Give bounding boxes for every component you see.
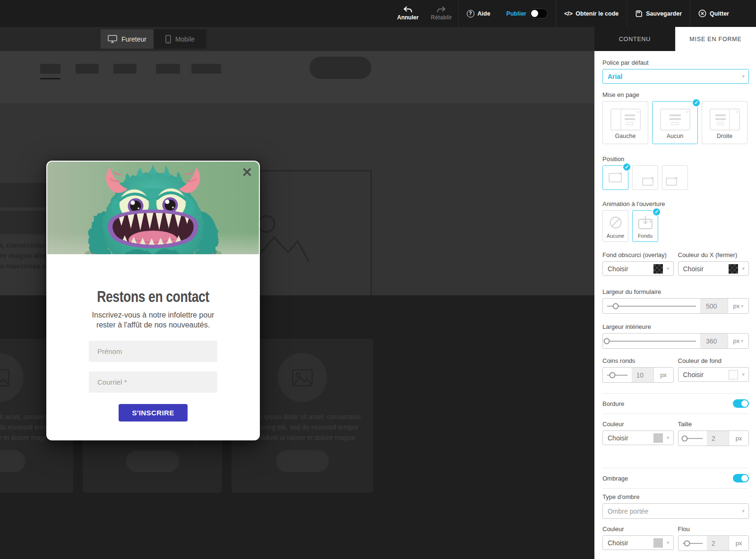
preview-nav-item xyxy=(191,64,221,74)
default-font-select[interactable]: Arial ▾ xyxy=(602,69,749,84)
slider-handle[interactable] xyxy=(684,540,690,546)
top-toolbar: Annuler Rétablir ? Aide Publier </> Obte… xyxy=(0,0,756,27)
inner-width-label: Largeur intérieure xyxy=(602,323,749,330)
check-icon: ✓ xyxy=(652,207,661,216)
quit-button[interactable]: Quitter xyxy=(698,9,729,17)
color-swatch xyxy=(729,264,738,274)
toolbar-divider xyxy=(556,0,556,27)
shadow-blur-label: Flou xyxy=(678,525,749,533)
layout-option-droite[interactable]: Droite xyxy=(702,101,747,144)
animation-options: Aucune ✓ Fondu xyxy=(602,210,749,242)
position-bottom-right-icon xyxy=(642,177,654,186)
shadow-blur-value[interactable]: 2 xyxy=(707,536,729,550)
form-width-label: Largeur du formulaire xyxy=(602,288,749,295)
form-width-slider[interactable] xyxy=(603,299,700,313)
preview-nav-item xyxy=(156,64,180,74)
color-swatch xyxy=(729,370,738,379)
chevron-down-icon: ▾ xyxy=(741,303,743,309)
help-button[interactable]: ? Aide xyxy=(467,10,490,17)
animation-option-aucune[interactable]: Aucune xyxy=(602,210,628,242)
save-button[interactable]: Sauvegarder xyxy=(635,10,682,17)
chevron-down-icon: ▾ xyxy=(742,508,745,514)
slider-handle[interactable] xyxy=(612,303,619,309)
shadow-toggle[interactable] xyxy=(733,474,749,482)
shadow-toggle-row: Ombrage xyxy=(602,468,749,488)
preview-nav-item xyxy=(76,64,99,74)
preview-header-button xyxy=(309,57,371,79)
device-preview-bar: Fureteur Mobile xyxy=(0,27,594,51)
preview-card-image-circle xyxy=(0,353,24,402)
position-option-bottom-right[interactable] xyxy=(632,165,658,190)
preview-header xyxy=(0,51,594,103)
publish-control[interactable]: Publier xyxy=(507,9,548,18)
corners-label: Coins ronds xyxy=(602,357,674,364)
chevron-down-icon: ▾ xyxy=(742,73,745,79)
inner-width-slider[interactable] xyxy=(603,334,700,348)
bg-color-label: Couleur de fond xyxy=(678,357,749,364)
image-placeholder-icon xyxy=(0,369,9,387)
preview-card-button xyxy=(126,450,179,472)
position-options: ✓ xyxy=(602,165,749,190)
popup-close-icon[interactable]: ✕ xyxy=(241,166,252,179)
position-option-center[interactable]: ✓ xyxy=(602,165,628,190)
overlay-color-select[interactable]: Choisir ▾ xyxy=(602,261,674,276)
popup-form: Restons en contact Inscrivez-vous à notr… xyxy=(47,287,259,421)
tab-mobile[interactable]: Mobile xyxy=(154,29,206,49)
toolbar-divider xyxy=(627,0,627,27)
tab-browser[interactable]: Fureteur xyxy=(101,29,154,49)
redo-button[interactable]: Rétablir xyxy=(431,6,452,21)
layout-option-aucun[interactable]: ✓ Aucun xyxy=(652,101,698,144)
shadow-type-select[interactable]: Ombre portée ▾ xyxy=(602,503,749,519)
animation-option-fondu[interactable]: ✓ Fondu xyxy=(632,210,658,242)
preview-nav-item xyxy=(40,64,60,74)
corners-value[interactable]: 10 xyxy=(632,368,653,382)
slider-handle[interactable] xyxy=(604,338,610,344)
section-divider xyxy=(602,488,749,489)
shadow-color-label: Couleur xyxy=(602,525,674,533)
chevron-down-icon: ▾ xyxy=(741,338,743,344)
code-icon: </> xyxy=(564,10,572,17)
position-option-bottom-left[interactable] xyxy=(662,165,688,190)
slider-handle[interactable] xyxy=(681,435,687,441)
publish-toggle[interactable] xyxy=(530,9,548,18)
chevron-down-icon: ▾ xyxy=(742,266,745,272)
get-code-button[interactable]: </> Obtenir le code xyxy=(564,10,619,17)
border-toggle[interactable] xyxy=(733,399,749,408)
form-width-value[interactable]: 500 xyxy=(700,299,728,313)
shadow-blur-control: 2 px xyxy=(678,535,749,551)
tab-contenu[interactable]: CONTENU xyxy=(594,27,675,51)
border-color-select[interactable]: Choisir ▾ xyxy=(602,430,674,445)
bg-color-select[interactable]: Choisir ▾ xyxy=(678,367,749,382)
save-icon xyxy=(635,10,643,17)
undo-button[interactable]: Annuler xyxy=(397,6,418,21)
shadow-color-select[interactable]: Choisir ▾ xyxy=(602,535,674,550)
inner-width-unit[interactable]: px▾ xyxy=(728,334,748,348)
layout-none-icon xyxy=(660,109,690,130)
form-width-unit[interactable]: px▾ xyxy=(728,299,748,313)
border-size-value[interactable]: 2 xyxy=(707,431,729,446)
newsletter-popup[interactable]: ✕ xyxy=(46,161,260,440)
border-size-control: 2 px xyxy=(678,430,749,446)
border-size-slider[interactable] xyxy=(679,431,707,446)
shadow-blur-slider[interactable] xyxy=(679,536,707,550)
slider-handle[interactable] xyxy=(609,372,615,378)
form-width-control: 500 px▾ xyxy=(602,298,749,314)
preview-nav-item xyxy=(113,64,137,74)
toolbar-divider xyxy=(458,0,459,27)
corners-slider[interactable] xyxy=(603,368,632,382)
email-field[interactable] xyxy=(89,371,217,393)
color-swatch xyxy=(653,264,663,274)
shadow-type-label: Type d'ombre xyxy=(602,493,749,500)
layout-option-gauche[interactable]: Gauche xyxy=(602,101,648,144)
preview-card-button xyxy=(0,450,26,472)
close-x-color-select[interactable]: Choisir ▾ xyxy=(678,261,749,276)
popup-title: Restons en contact xyxy=(70,287,235,306)
monster-illustration xyxy=(47,162,259,254)
preview-nav-active-underline xyxy=(40,78,60,79)
subscribe-button[interactable]: S'INSCRIRE xyxy=(119,404,188,421)
inner-width-value[interactable]: 360 xyxy=(700,334,728,348)
shadow-label: Ombrage xyxy=(602,475,628,482)
tab-mise-en-forme[interactable]: MISE EN FORME xyxy=(675,27,756,51)
first-name-field[interactable] xyxy=(89,341,217,362)
border-size-unit: px xyxy=(729,431,748,446)
